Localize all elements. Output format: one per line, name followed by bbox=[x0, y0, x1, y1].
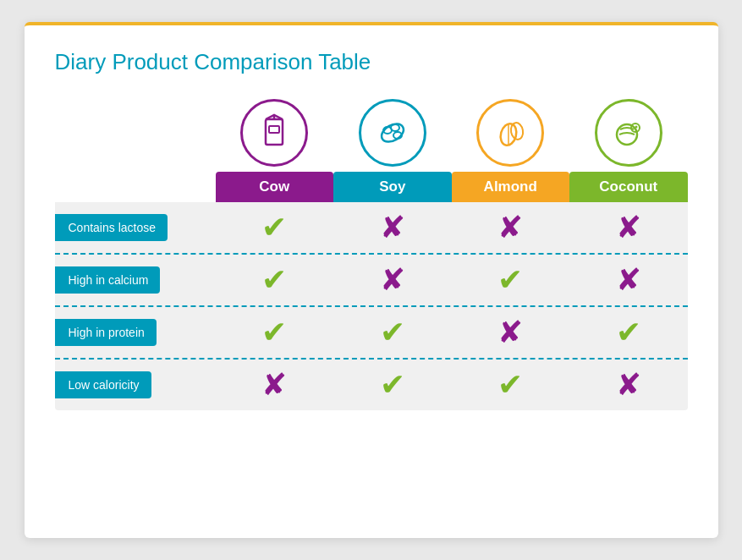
cross-icon: ✘ bbox=[497, 212, 523, 243]
table-header: Cow Soy bbox=[55, 99, 688, 202]
row-label-calcium: High in calcium bbox=[55, 255, 216, 305]
svg-rect-2 bbox=[269, 126, 279, 133]
cell-cow-protein: ✔ bbox=[216, 309, 334, 356]
row-label-caloricity: Low caloricity bbox=[55, 360, 216, 410]
cell-almond-lactose: ✘ bbox=[452, 204, 570, 251]
cow-icon bbox=[254, 113, 294, 153]
cell-coconut-protein: ✔ bbox=[569, 309, 688, 356]
table-row: High in calcium ✔ ✘ ✔ ✘ bbox=[55, 255, 688, 307]
svg-point-5 bbox=[391, 124, 399, 131]
cell-cow-calcium: ✔ bbox=[216, 256, 334, 304]
cross-icon: ✘ bbox=[616, 212, 641, 243]
card: Diary Product Comparison Table Cow bbox=[25, 22, 718, 538]
cell-coconut-caloricity: ✘ bbox=[569, 361, 688, 409]
cell-cow-lactose: ✔ bbox=[216, 204, 334, 251]
cell-almond-caloricity: ✔ bbox=[452, 361, 570, 409]
comparison-table: Cow Soy bbox=[55, 99, 688, 410]
coconut-icon-circle bbox=[595, 99, 662, 167]
check-icon: ✔ bbox=[261, 317, 287, 348]
check-icon: ✔ bbox=[616, 317, 641, 348]
check-icon: ✔ bbox=[261, 265, 287, 295]
table-row: Contains lactose ✔ ✘ ✘ ✘ bbox=[55, 202, 688, 255]
cell-almond-calcium: ✔ bbox=[452, 256, 570, 304]
cow-label: Cow bbox=[216, 172, 334, 202]
coconut-icon bbox=[608, 113, 649, 153]
cow-icon-circle bbox=[240, 99, 308, 167]
cell-coconut-calcium: ✘ bbox=[569, 256, 688, 304]
check-icon: ✔ bbox=[497, 370, 523, 400]
soy-icon-circle bbox=[359, 99, 426, 167]
table-row: High in protein ✔ ✔ ✘ ✔ bbox=[55, 307, 688, 360]
cell-soy-lactose: ✘ bbox=[333, 204, 452, 251]
cell-almond-protein: ✘ bbox=[452, 309, 570, 356]
col-header-soy: Soy bbox=[333, 99, 452, 202]
svg-point-12 bbox=[635, 126, 637, 129]
cross-icon: ✘ bbox=[616, 370, 641, 400]
col-header-cow: Cow bbox=[216, 99, 334, 202]
table-row: Low caloricity ✘ ✔ ✔ ✘ bbox=[55, 360, 688, 410]
coconut-label: Coconut bbox=[569, 172, 688, 202]
check-icon: ✔ bbox=[380, 370, 405, 400]
soy-icon bbox=[372, 113, 413, 153]
almond-icon-circle bbox=[476, 99, 544, 167]
cross-icon: ✘ bbox=[616, 265, 641, 295]
cell-cow-caloricity: ✘ bbox=[216, 361, 334, 409]
cross-icon: ✘ bbox=[380, 212, 405, 243]
row-label-protein: High in protein bbox=[55, 307, 216, 358]
page-title: Diary Product Comparison Table bbox=[55, 49, 688, 75]
cell-coconut-lactose: ✘ bbox=[569, 204, 688, 251]
svg-point-3 bbox=[378, 120, 406, 145]
almond-icon bbox=[490, 113, 530, 153]
table-body: Contains lactose ✔ ✘ ✘ ✘ High in calcium bbox=[55, 202, 688, 410]
almond-label: Almond bbox=[452, 172, 570, 202]
cell-soy-caloricity: ✔ bbox=[333, 361, 452, 409]
check-icon: ✔ bbox=[380, 317, 405, 348]
check-icon: ✔ bbox=[261, 212, 287, 243]
cross-icon: ✘ bbox=[380, 265, 405, 295]
cell-soy-calcium: ✘ bbox=[333, 256, 452, 304]
row-label-lactose: Contains lactose bbox=[55, 202, 216, 253]
col-header-almond: Almond bbox=[452, 99, 570, 202]
col-header-coconut: Coconut bbox=[569, 99, 688, 202]
soy-label: Soy bbox=[333, 172, 452, 202]
check-icon: ✔ bbox=[497, 265, 523, 295]
cross-icon: ✘ bbox=[261, 370, 287, 400]
cross-icon: ✘ bbox=[497, 317, 523, 348]
cell-soy-protein: ✔ bbox=[333, 309, 452, 356]
